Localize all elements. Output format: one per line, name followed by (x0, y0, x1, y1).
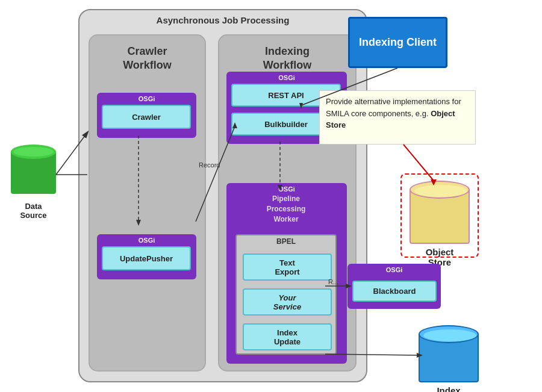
data-source-label: DataSource (11, 202, 56, 220)
async-box: Asynchronous Job Processing CrawlerWorkf… (78, 9, 367, 382)
bpel-label: BPEL (237, 235, 335, 247)
record-label: Record (199, 161, 220, 169)
text-export-component: TextExport (243, 254, 332, 281)
data-source: DataSource (11, 145, 56, 220)
crawler-component: Crawler (102, 105, 191, 129)
indexing-osgi-label1: OSGi (231, 74, 342, 81)
indexing-osgi-label2: OSGi (231, 185, 342, 193)
obj-cyl-top (410, 181, 470, 199)
r-label: R... (328, 278, 338, 285)
indexing-workflow-box: IndexingWorkflow OSGi REST API Bulkbuild… (218, 34, 357, 372)
callout-box: Provide alternative implementations for … (319, 90, 476, 145)
object-store-cylinder: ObjectStore (410, 181, 470, 253)
index-store-cylinder: IndexStore (419, 325, 479, 391)
updatepusher-component: UpdatePusher (102, 246, 191, 270)
idx-cyl-top-inner (423, 329, 476, 341)
callout-text: Provide alternative implementations for … (326, 97, 461, 129)
pipeline-title: PipelineProcessingWorker (231, 194, 341, 224)
blackboard-osgi-box: OSGi Blackboard (347, 264, 441, 309)
indexing-client-box: Indexing Client (348, 17, 447, 68)
crawler-workflow-box: CrawlerWorkflow OSGi Crawler OSGi Update… (89, 34, 206, 372)
object-store: ObjectStore (410, 181, 470, 253)
indexing-workflow-title: IndexingWorkflow (219, 45, 355, 73)
diagram-container: Asynchronous Job Processing CrawlerWorkf… (0, 0, 542, 392)
index-store-label: IndexStore (419, 385, 479, 392)
index-update-component: IndexUpdate (243, 323, 332, 350)
blackboard-component: Blackboard (352, 281, 437, 302)
cyl-top (11, 145, 56, 159)
indexing-osgi-box2: OSGi PipelineProcessingWorker BPEL TextE… (226, 183, 347, 364)
index-store: IndexStore (419, 325, 479, 391)
your-service-component: YourService (243, 288, 332, 316)
updatepusher-osgi-box: OSGi UpdatePusher (97, 234, 196, 279)
cyl-top-inner (13, 147, 54, 157)
blackboard-osgi-label: OSGi (347, 264, 441, 273)
data-source-cylinder (11, 145, 56, 199)
crawler-osgi-box: OSGi Crawler (97, 93, 196, 138)
obj-cyl-top-inner (414, 185, 467, 197)
bpel-box: BPEL TextExport YourService IndexUpdate (235, 234, 337, 355)
updatepusher-osgi-label: OSGi (102, 237, 192, 244)
async-title: Asynchronous Job Processing (79, 15, 366, 25)
indexing-client-label: Indexing Client (359, 36, 437, 49)
crawler-osgi-label: OSGi (102, 95, 192, 102)
crawler-workflow-title: CrawlerWorkflow (90, 45, 205, 73)
idx-cyl-top (419, 325, 479, 343)
